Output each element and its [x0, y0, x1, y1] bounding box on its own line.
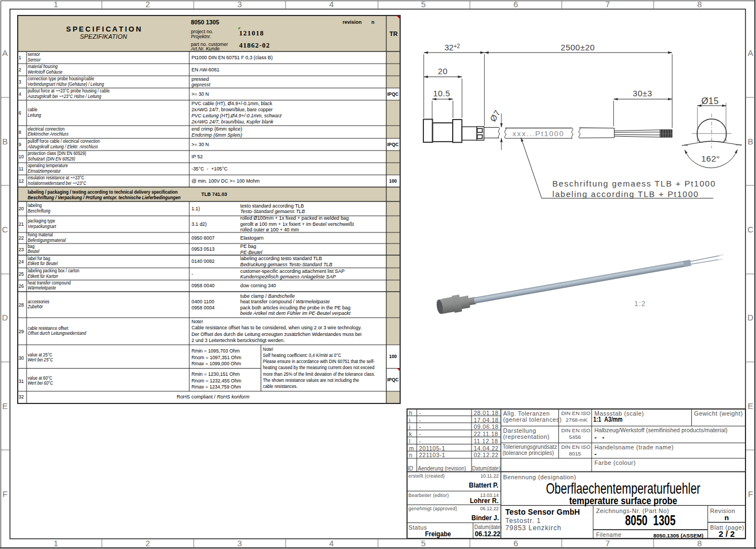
svg-text:10.5: 10.5 — [433, 89, 450, 98]
svg-text:1:2: 1:2 — [634, 299, 646, 308]
svg-text:4: 4 — [329, 538, 334, 548]
svg-text:F: F — [2, 489, 7, 499]
svg-text:8: 8 — [697, 538, 702, 548]
svg-text:8: 8 — [697, 0, 702, 9]
svg-text:6: 6 — [514, 538, 518, 548]
svg-text:Ø7: Ø7 — [488, 108, 503, 123]
svg-text:1: 1 — [54, 538, 58, 548]
svg-text:E: E — [2, 401, 8, 411]
svg-text:D: D — [748, 313, 754, 322]
svg-text:1: 1 — [54, 0, 58, 9]
svg-text:6: 6 — [514, 0, 518, 9]
svg-text:2: 2 — [146, 0, 150, 9]
svg-text:C: C — [748, 225, 754, 234]
svg-text:4: 4 — [329, 0, 334, 9]
svg-text:A: A — [748, 48, 753, 58]
svg-text:labeling according TLB + Pt100: labeling according TLB + Pt1000 — [552, 189, 699, 199]
svg-text:A: A — [2, 48, 8, 58]
svg-text:3: 3 — [237, 538, 242, 548]
svg-text:7: 7 — [605, 538, 610, 548]
svg-text:Ø15: Ø15 — [701, 96, 719, 106]
svg-text:Beschriftung gemaess TLB + Pt1: Beschriftung gemaess TLB + Pt1000 — [552, 179, 716, 188]
svg-text:7: 7 — [605, 0, 610, 9]
svg-text:162°: 162° — [701, 154, 720, 163]
svg-text:B: B — [748, 137, 753, 146]
svg-text:30±3: 30±3 — [633, 89, 652, 98]
svg-text:2500±20: 2500±20 — [561, 43, 595, 52]
svg-text:2: 2 — [146, 538, 150, 548]
svg-text:E: E — [748, 401, 753, 411]
svg-text:32+2: 32+2 — [444, 43, 460, 52]
svg-text:5: 5 — [421, 0, 426, 9]
svg-text:C: C — [2, 225, 8, 234]
svg-text:5: 5 — [421, 538, 426, 548]
svg-text:xxx...Pt1000: xxx...Pt1000 — [512, 130, 565, 138]
svg-text:D: D — [2, 313, 8, 322]
svg-text:B: B — [2, 137, 8, 146]
svg-text:20: 20 — [438, 66, 448, 76]
svg-text:3: 3 — [237, 0, 242, 9]
